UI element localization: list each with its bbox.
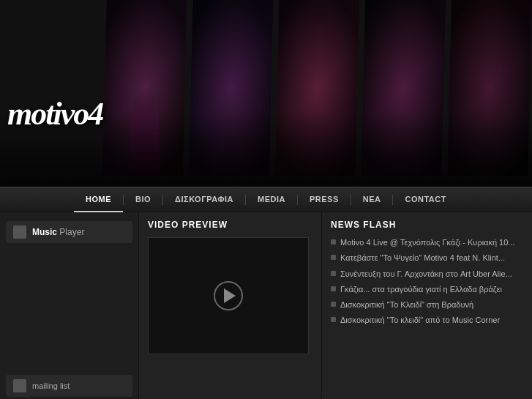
- mailing-list-button[interactable]: mailing list: [6, 375, 132, 397]
- news-text: Κατεβάστε "Το Ψυγείο" Motivo 4 feat N. K…: [340, 253, 505, 263]
- main-content: Music Player mailing list VIDEO PREVIEW …: [0, 212, 532, 399]
- news-text: Συνέντευξη του Γ. Αρχοντάκη στο Art Uber…: [340, 269, 512, 279]
- news-text: Δισκοκριτική "Το κλειδί" από το Music Co…: [340, 315, 500, 325]
- mailing-list-label: mailing list: [32, 381, 70, 390]
- main-nav: HOME ΒΙΟ ΔΙΣΚΟΓΡΑΦΙΑ MEDIA PRESS ΝΕΑ CON…: [0, 187, 532, 212]
- video-section: VIDEO PREVIEW: [139, 212, 322, 399]
- news-list: Motivo 4 Live @ Τεχνόπολις Γκάζι - Κυρια…: [331, 237, 523, 326]
- music-player-label: Music Player: [32, 227, 84, 237]
- news-section: NEWS FLASH Motivo 4 Live @ Τεχνόπολις Γκ…: [322, 212, 532, 399]
- news-bullet: [331, 286, 336, 291]
- band-photo-1: [102, 0, 187, 176]
- video-section-title: VIDEO PREVIEW: [148, 220, 312, 230]
- video-player[interactable]: [148, 237, 309, 354]
- band-photo-3: [275, 0, 360, 176]
- mailing-list-icon: [13, 379, 26, 392]
- news-item[interactable]: Συνέντευξη του Γ. Αρχοντάκη στο Art Uber…: [331, 269, 523, 279]
- nav-item-discography[interactable]: ΔΙΣΚΟΓΡΑΦΙΑ: [163, 187, 245, 212]
- sidebar: Music Player mailing list: [0, 212, 139, 399]
- news-bullet: [331, 239, 336, 245]
- band-photo-2: [189, 0, 274, 176]
- nav-item-media[interactable]: MEDIA: [246, 187, 297, 212]
- band-photo-5: [447, 0, 532, 176]
- news-bullet: [331, 271, 336, 276]
- band-photo-collage: [102, 0, 532, 176]
- site-logo: motivo4: [7, 95, 128, 133]
- nav-item-news[interactable]: ΝΕΑ: [351, 187, 393, 212]
- news-item[interactable]: Κατεβάστε "Το Ψυγείο" Motivo 4 feat N. K…: [331, 253, 523, 263]
- logo-text: motivo4: [7, 96, 102, 132]
- nav-item-press[interactable]: PRESS: [298, 187, 351, 212]
- news-text: Δισκοκριτική "Το Κλειδί" στη Βραδυνή: [340, 299, 473, 310]
- news-item[interactable]: Δισκοκριτική "Το Κλειδί" στη Βραδυνή: [331, 299, 523, 310]
- music-player-button[interactable]: Music Player: [6, 221, 132, 243]
- news-section-title: NEWS FLASH: [331, 220, 523, 230]
- news-item[interactable]: Γκάζια... στα τραγούδια γιατί η Ελλαδα β…: [331, 284, 523, 294]
- news-bullet: [331, 302, 336, 307]
- play-button[interactable]: [214, 281, 243, 310]
- header-banner: motivo4: [0, 0, 532, 187]
- news-item[interactable]: Δισκοκριτική "Το κλειδί" από το Music Co…: [331, 315, 523, 325]
- nav-item-home[interactable]: HOME: [74, 187, 123, 212]
- news-bullet: [331, 317, 336, 322]
- play-icon: [224, 288, 236, 303]
- music-player-icon: [13, 225, 26, 239]
- news-text: Motivo 4 Live @ Τεχνόπολις Γκάζι - Κυρια…: [340, 237, 515, 247]
- nav-item-contact[interactable]: CONTACT: [393, 187, 457, 212]
- band-photo-4: [361, 0, 446, 176]
- news-item[interactable]: Motivo 4 Live @ Τεχνόπολις Γκάζι - Κυρια…: [331, 237, 523, 247]
- news-bullet: [331, 255, 336, 260]
- nav-item-bio[interactable]: ΒΙΟ: [124, 187, 162, 212]
- news-text: Γκάζια... στα τραγούδια γιατί η Ελλαδα β…: [340, 284, 502, 294]
